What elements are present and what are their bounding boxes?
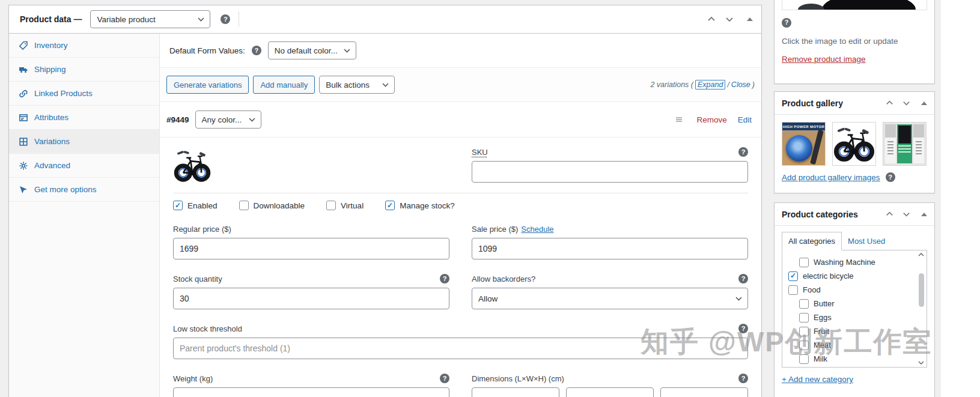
move-down-icon[interactable]: [899, 97, 913, 110]
move-up-icon[interactable]: [705, 13, 718, 26]
checkbox[interactable]: [788, 285, 798, 295]
checkbox-label: Manage stock?: [400, 201, 455, 210]
category-item[interactable]: Meat: [799, 338, 916, 352]
tab-all-categories[interactable]: All categories: [782, 232, 842, 250]
help-icon[interactable]: [886, 172, 895, 182]
checkbox[interactable]: [799, 313, 809, 323]
category-item[interactable]: Fruit: [799, 324, 916, 338]
variation-product-image[interactable]: [173, 147, 212, 186]
add-gallery-images-link[interactable]: Add product gallery images: [782, 173, 880, 182]
help-icon[interactable]: [440, 374, 449, 383]
scrollbar-thumb[interactable]: [919, 273, 924, 307]
variation-checkbox-option[interactable]: Enabled: [173, 201, 218, 210]
move-up-icon[interactable]: [883, 97, 896, 110]
remove-variation-link[interactable]: Remove: [696, 115, 726, 124]
sale-price-input[interactable]: [472, 238, 748, 259]
product-data-tab[interactable]: Linked Products: [9, 82, 159, 106]
variation-attribute-select[interactable]: Any color...: [195, 111, 261, 129]
add-new-category-link[interactable]: + Add new category: [782, 375, 853, 384]
toggle-panel-icon[interactable]: [921, 102, 927, 105]
category-item[interactable]: Butter: [799, 297, 916, 311]
gallery-thumb-bike[interactable]: [832, 122, 876, 166]
dimension-length-input[interactable]: [472, 387, 559, 397]
variation-image-cell: [173, 147, 449, 186]
stock-quantity-input[interactable]: [173, 288, 449, 309]
help-icon[interactable]: [738, 374, 748, 383]
help-icon[interactable]: [738, 274, 748, 283]
checkbox[interactable]: [799, 258, 809, 267]
category-item[interactable]: Food: [788, 283, 916, 297]
product-data-tab[interactable]: Advanced: [9, 154, 159, 178]
generate-variations-button[interactable]: Generate variations: [166, 76, 249, 94]
scroll-down-icon[interactable]: [918, 360, 925, 366]
weight-input[interactable]: [173, 387, 449, 397]
panel-title: Product data —: [20, 14, 82, 24]
product-data-tab[interactable]: Attributes: [9, 106, 159, 130]
help-icon[interactable]: [738, 324, 748, 333]
move-down-icon[interactable]: [899, 208, 913, 221]
low-stock-label: Low stock threshold: [173, 324, 242, 333]
gallery-thumb-motor-wheel[interactable]: HIGH POWER MOTOR: [782, 122, 826, 166]
variation-checkbox-row: Enabled Downloadable Virtual Manage stoc…: [160, 193, 761, 214]
category-item[interactable]: Eggs: [799, 311, 916, 324]
variation-checkbox-option[interactable]: Manage stock?: [385, 201, 455, 210]
checkbox[interactable]: [799, 354, 809, 364]
low-stock-field: Low stock threshold: [173, 324, 748, 359]
drag-handle-icon[interactable]: [672, 113, 686, 126]
help-icon[interactable]: [252, 46, 261, 55]
dimension-width-input[interactable]: [566, 387, 654, 397]
tab-label: Shipping: [34, 65, 66, 74]
dimension-height-input[interactable]: [660, 387, 748, 397]
checkbox[interactable]: [173, 201, 183, 210]
gear-icon: [19, 161, 28, 171]
category-item[interactable]: Milk: [799, 352, 916, 366]
checkbox[interactable]: [239, 201, 249, 210]
edit-variation-link[interactable]: Edit: [738, 115, 752, 124]
product-data-tabs: Inventory Shipping Linked Products Attri…: [9, 34, 160, 397]
checkbox[interactable]: [385, 201, 395, 210]
toggle-panel-icon[interactable]: [921, 213, 927, 216]
help-icon[interactable]: [782, 18, 791, 28]
backorders-select[interactable]: Allow: [472, 288, 748, 309]
regular-price-input[interactable]: [173, 238, 449, 259]
variation-checkbox-option[interactable]: Downloadable: [239, 201, 305, 210]
help-icon[interactable]: [440, 274, 449, 283]
expand-link[interactable]: Expand: [695, 80, 725, 89]
woocommerce-product-edit-screen: Product data — Variable product Inventor…: [0, 0, 980, 397]
product-data-tab[interactable]: Inventory: [9, 34, 159, 58]
schedule-link[interactable]: Schedule: [521, 225, 553, 234]
category-item[interactable]: Washing Machine: [799, 255, 916, 269]
bike-image-fragment: [822, 0, 916, 10]
low-stock-input[interactable]: [173, 338, 748, 359]
close-link[interactable]: Close: [731, 80, 750, 89]
remove-product-image-link[interactable]: Remove product image: [782, 55, 866, 64]
checkbox[interactable]: [799, 341, 809, 350]
category-item[interactable]: Vegetable: [799, 366, 916, 368]
scrollbar[interactable]: [917, 252, 925, 366]
gallery-thumb-spec-sheet[interactable]: [883, 122, 927, 166]
product-data-tab[interactable]: Variations: [9, 130, 159, 154]
product-type-select[interactable]: Variable product: [90, 10, 210, 28]
toggle-panel-icon[interactable]: [747, 17, 753, 21]
add-manually-button[interactable]: Add manually: [253, 76, 315, 94]
scroll-up-icon[interactable]: [918, 252, 925, 258]
sku-label: SKU: [472, 148, 488, 157]
sku-input[interactable]: [472, 161, 748, 183]
default-color-select[interactable]: No default color...: [268, 41, 356, 59]
move-down-icon[interactable]: [723, 13, 736, 26]
bulk-actions-select[interactable]: Bulk actions: [319, 76, 395, 94]
checkbox[interactable]: [799, 327, 809, 336]
move-up-icon[interactable]: [883, 208, 896, 221]
checkbox[interactable]: [799, 299, 809, 309]
product-image[interactable]: [782, 0, 927, 10]
tab-most-used[interactable]: Most Used: [842, 232, 891, 250]
checkbox[interactable]: [788, 271, 798, 281]
category-item[interactable]: electric bicycle: [788, 269, 916, 283]
help-icon[interactable]: [221, 14, 230, 24]
help-icon[interactable]: [738, 147, 748, 157]
product-data-tab[interactable]: Get more options: [9, 178, 159, 202]
variation-checkbox-option[interactable]: Virtual: [326, 201, 364, 210]
checkbox[interactable]: [326, 201, 336, 210]
variation-header-row: #9449 Any color... Remove Edit: [160, 102, 761, 138]
product-data-tab[interactable]: Shipping: [9, 58, 159, 82]
